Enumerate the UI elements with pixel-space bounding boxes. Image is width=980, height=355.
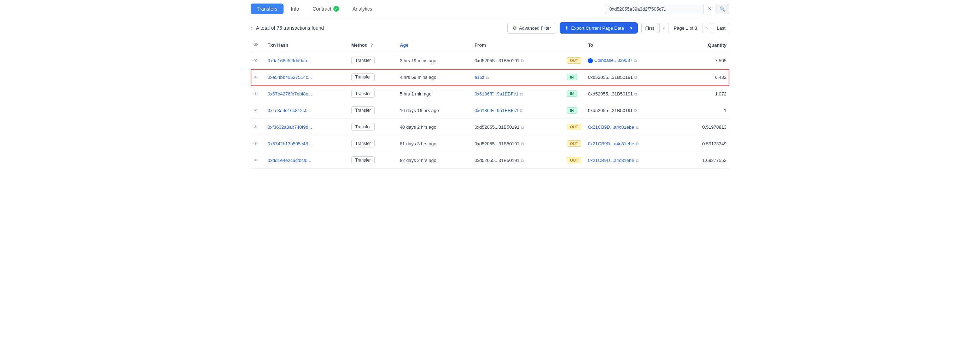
method-question-icon[interactable]: ? (370, 43, 373, 48)
txn-hash-link[interactable]: 0x67e4276fe7ebf8e... (267, 91, 312, 97)
col-eye: 👁 (251, 38, 265, 53)
to-address: 0xd52055...31B50191 (588, 91, 633, 97)
to-address[interactable]: Coinbase...0x9037 (594, 57, 633, 63)
txn-hash-label: Txn Hash (267, 43, 288, 48)
row-age: 40 days 2 hrs ago (397, 119, 472, 135)
row-method: Transfer (348, 102, 397, 119)
table-row: 👁0x9a168e5f9dd9ab...Transfer3 hrs 19 min… (251, 53, 729, 69)
row-txn-hash: 0x67e4276fe7ebf8e... (265, 86, 348, 102)
tab-contract[interactable]: Contract ✓ (307, 3, 345, 14)
row-direction: IN (564, 69, 585, 86)
txn-hash-link[interactable]: 0x5742b13b595c48... (267, 141, 312, 146)
copy-from-icon[interactable]: ⧉ (521, 125, 524, 130)
tab-info[interactable]: Info (285, 3, 305, 14)
transactions-table: 👁 Txn Hash Method ? Age From (251, 38, 729, 169)
table-row: 👁0x5742b13b595c48...Transfer81 days 3 hr… (251, 135, 729, 152)
from-address[interactable]: 0x6186fF...9a1EBFc1 (474, 108, 518, 113)
txn-hash-link[interactable]: 0x1c3e9e16c812c0... (267, 108, 312, 113)
direction-badge: OUT (567, 140, 581, 147)
row-age: 4 hrs 59 mins ago (397, 69, 472, 86)
method-badge: Transfer (352, 107, 375, 114)
txn-hash-link[interactable]: 0xdd1e4e2c6cfbcf0... (267, 158, 312, 163)
row-method: Transfer (348, 69, 397, 86)
eye-icon[interactable]: 👁 (253, 158, 258, 163)
row-to: Coinbase...0x9037⧉ (585, 53, 679, 69)
pagination: First ‹ Page 1 of 3 › Last (641, 23, 729, 33)
from-address[interactable]: 0x6186fF...9a1EBFc1 (474, 91, 518, 97)
row-txn-hash: 0xf3632a3ab740f9d... (265, 119, 348, 135)
copy-from-icon[interactable]: ⧉ (520, 108, 523, 113)
row-txn-hash: 0x5742b13b595c48... (265, 135, 348, 152)
row-from: 0xd52055...31B50191⧉ (472, 53, 564, 69)
from-address[interactable]: a16z (474, 75, 484, 80)
eye-icon[interactable]: 👁 (253, 108, 258, 113)
copy-from-icon[interactable]: ⧉ (521, 58, 524, 63)
txn-hash-link[interactable]: 0x9a168e5f9dd9ab... (267, 58, 311, 63)
tab-transfers[interactable]: Transfers (251, 3, 283, 14)
col-age: Age (397, 38, 472, 53)
direction-badge: IN (567, 74, 577, 80)
row-direction: OUT (564, 135, 585, 152)
page-info: Page 1 of 3 (670, 23, 701, 33)
eye-icon[interactable]: 👁 (253, 141, 258, 146)
toolbar-right: ⚙ Advanced Filter ⬇ Export Current Page … (508, 22, 729, 33)
eye-icon[interactable]: 👁 (253, 91, 258, 97)
copy-to-icon[interactable]: ⧉ (636, 125, 639, 130)
copy-from-icon[interactable]: ⧉ (521, 158, 524, 163)
row-from: 0xd52055...31B50191⧉ (472, 119, 564, 135)
method-label: Method (352, 43, 368, 48)
tab-analytics[interactable]: Analytics (347, 3, 378, 14)
to-address[interactable]: 0x21CB9D...a4c81ebe (588, 141, 634, 146)
export-button[interactable]: ⬇ Export Current Page Data ▾ (560, 22, 638, 33)
copy-from-icon[interactable]: ⧉ (521, 142, 524, 146)
total-info: ↕ A total of 75 transactions found (251, 25, 324, 31)
row-eye-cell: 👁 (251, 152, 265, 169)
copy-to-icon[interactable]: ⧉ (634, 108, 638, 113)
copy-from-icon[interactable]: ⧉ (520, 92, 523, 97)
row-quantity: 1 (679, 102, 729, 119)
address-input[interactable] (605, 4, 704, 14)
advanced-filter-button[interactable]: ⚙ Advanced Filter (508, 22, 556, 33)
copy-to-icon[interactable]: ⧉ (634, 75, 638, 80)
to-address[interactable]: 0x21CB9D...a4c81ebe (588, 124, 634, 130)
from-label: From (474, 43, 486, 48)
copy-to-icon[interactable]: ⧉ (636, 142, 639, 146)
last-page-button[interactable]: Last (713, 23, 729, 33)
tab-info-label: Info (291, 6, 299, 12)
copy-to-icon[interactable]: ⧉ (636, 158, 639, 163)
sort-icon: ↕ (251, 25, 253, 31)
search-button[interactable]: 🔍 (716, 4, 729, 14)
eye-icon[interactable]: 👁 (253, 58, 258, 63)
col-from: From (472, 38, 564, 53)
eye-icon[interactable]: 👁 (253, 124, 258, 130)
row-quantity: 6,432 (679, 69, 729, 86)
contract-check-icon: ✓ (333, 6, 339, 12)
to-address[interactable]: 0x21CB9D...a4c81ebe (588, 158, 634, 163)
from-address: 0xd52055...31B50191 (474, 124, 519, 130)
eye-icon[interactable]: 👁 (253, 75, 258, 80)
row-to: 0xd52055...31B50191⧉ (585, 69, 679, 86)
row-eye-cell: 👁 (251, 53, 265, 69)
row-quantity: 7,505 (679, 53, 729, 69)
export-divider (627, 25, 627, 31)
row-from: a16z⧉ (472, 69, 564, 86)
row-quantity: 0.51970813 (679, 119, 729, 135)
method-badge: Transfer (352, 123, 375, 131)
copy-to-icon[interactable]: ⧉ (634, 92, 638, 97)
col-dir (564, 38, 585, 53)
row-quantity: 1,072 (679, 86, 729, 102)
search-icon: 🔍 (719, 6, 725, 12)
next-page-button[interactable]: › (702, 23, 711, 33)
direction-badge: OUT (567, 124, 581, 130)
first-page-button[interactable]: First (641, 23, 658, 33)
prev-page-button[interactable]: ‹ (659, 23, 668, 33)
copy-from-icon[interactable]: ⧉ (486, 75, 489, 80)
row-to: 0xd52055...31B50191⧉ (585, 86, 679, 102)
address-bar: × 🔍 (605, 4, 729, 14)
export-chevron-icon: ▾ (630, 25, 633, 31)
copy-to-icon[interactable]: ⧉ (634, 58, 637, 63)
txn-hash-link[interactable]: 0xf3632a3ab740f9d... (267, 124, 312, 130)
row-txn-hash: 0xdd1e4e2c6cfbcf0... (265, 152, 348, 169)
txn-hash-link[interactable]: 0xe54bb40527514c... (267, 75, 312, 80)
close-button[interactable]: × (707, 4, 713, 13)
